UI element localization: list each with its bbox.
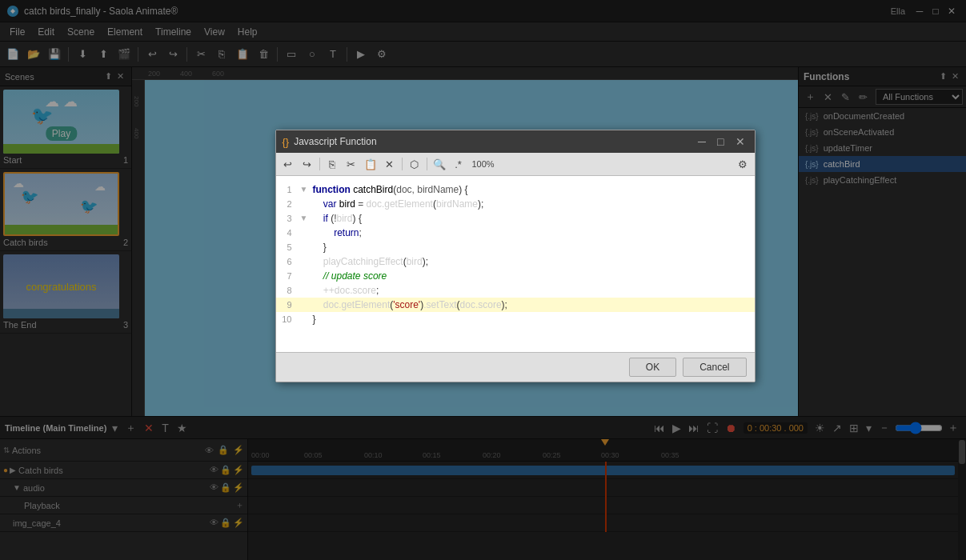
modal-sep3 xyxy=(427,158,427,170)
code-line-6: 6 playCatchingEffect(bird); xyxy=(276,254,755,269)
modal-footer: OK Cancel xyxy=(276,352,755,382)
code-line-5: 5 } xyxy=(276,240,755,254)
modal-overlay: {} Javascript Function ─ □ ✕ ↩ ↪ ⎘ ✂ 📋 ✕… xyxy=(0,0,966,560)
modal-title-icon: {} xyxy=(283,136,290,148)
modal-cut-btn[interactable]: ✂ xyxy=(343,155,360,173)
code-line-10: 10 } xyxy=(276,312,755,326)
modal-undo-btn[interactable]: ↩ xyxy=(279,155,297,173)
code-line-7: 7 // update score xyxy=(276,269,755,283)
modal-copy-btn[interactable]: ⎘ xyxy=(323,155,341,173)
modal-sep1 xyxy=(319,158,320,170)
code-line-4: 4 return; xyxy=(276,226,755,240)
modal-sep2 xyxy=(402,158,403,170)
modal-close-btn[interactable]: ✕ xyxy=(732,134,748,149)
modal-titlebar: {} Javascript Function ─ □ ✕ xyxy=(276,130,755,153)
code-line-9: 9 doc.getElement('score').setText(doc.sc… xyxy=(276,298,755,312)
modal-regex-btn[interactable]: .* xyxy=(450,155,467,173)
javascript-function-modal: {} Javascript Function ─ □ ✕ ↩ ↪ ⎘ ✂ 📋 ✕… xyxy=(275,130,756,382)
modal-maximize-btn[interactable]: □ xyxy=(714,134,727,149)
code-line-1: 1 ▼ function catchBird(doc, birdName) { xyxy=(276,182,755,197)
modal-external-btn[interactable]: ⬡ xyxy=(406,155,423,173)
code-editor[interactable]: 1 ▼ function catchBird(doc, birdName) { … xyxy=(276,176,755,352)
modal-title-text: Javascript Function xyxy=(294,136,690,147)
modal-delete-btn[interactable]: ✕ xyxy=(381,155,399,173)
modal-paste-btn[interactable]: 📋 xyxy=(362,155,379,173)
modal-toolbar: ↩ ↪ ⎘ ✂ 📋 ✕ ⬡ 🔍 .* 100% ⚙ xyxy=(276,153,755,176)
modal-search-btn[interactable]: 🔍 xyxy=(431,155,448,173)
modal-settings-btn[interactable]: ⚙ xyxy=(734,155,752,173)
modal-minimize-btn[interactable]: ─ xyxy=(695,134,709,149)
modal-zoom: 100% xyxy=(469,159,498,169)
code-line-8: 8 ++doc.score; xyxy=(276,283,755,298)
code-line-2: 2 var bird = doc.getElement(birdName); xyxy=(276,197,755,211)
modal-redo-btn[interactable]: ↪ xyxy=(299,155,316,173)
code-line-3: 3 ▼ if (!bird) { xyxy=(276,211,755,226)
modal-ok-button[interactable]: OK xyxy=(629,358,676,377)
modal-cancel-button[interactable]: Cancel xyxy=(683,358,746,377)
